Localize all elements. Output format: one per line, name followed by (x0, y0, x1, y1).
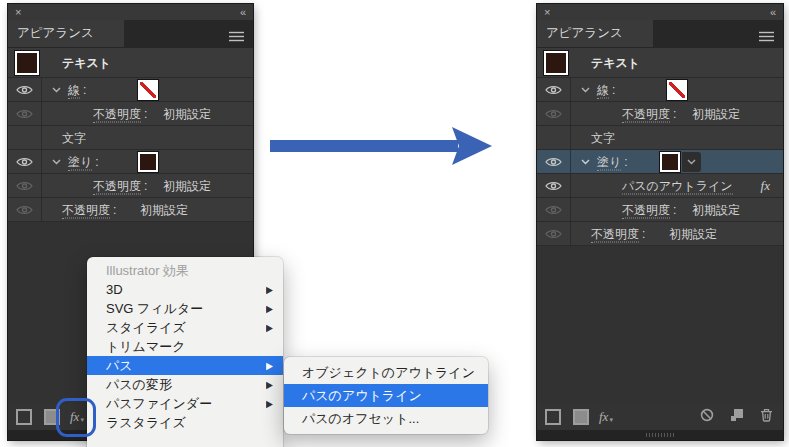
eye-icon-dim[interactable] (16, 181, 33, 191)
path-submenu: オブジェクトのアウトライン パスのアウトライン パスのオフセット... (284, 357, 488, 434)
row-stroke-opacity[interactable]: 不透明度: 初期設定 (8, 102, 253, 126)
add-fill-button[interactable] (573, 409, 589, 425)
menu-item-path[interactable]: パス▶ (87, 356, 283, 375)
stroke-link[interactable]: 線 (68, 82, 80, 98)
text-fill-swatch (15, 51, 39, 75)
submenu-arrow-icon: ▶ (266, 284, 273, 295)
row-text-opacity[interactable]: 不透明度: 初期設定 (8, 198, 253, 222)
characters-label: 文字 (62, 129, 86, 146)
stroke-none-swatch[interactable] (667, 80, 687, 100)
row-text-opacity[interactable]: 不透明度: 初期設定 (537, 222, 783, 246)
row-stroke[interactable]: 線: (8, 78, 253, 102)
collapse-icon[interactable]: « (240, 7, 246, 18)
row-fill[interactable]: 塗り: (8, 150, 253, 174)
eye-icon-dim[interactable] (545, 229, 562, 239)
tab-label: アピアランス (17, 25, 94, 42)
row-stroke[interactable]: 線: (537, 78, 783, 102)
submenu-arrow-icon: ▶ (266, 379, 273, 390)
opacity-link[interactable]: 不透明度 (93, 178, 141, 194)
opacity-value: 初期設定 (163, 105, 211, 122)
fill-link[interactable]: 塗り (68, 154, 92, 170)
fx-badge: fx (761, 178, 770, 194)
menu-item-distort-path[interactable]: パスの変形▶ (87, 375, 283, 394)
add-stroke-button[interactable] (545, 409, 561, 425)
fx-highlight-annotation (56, 398, 96, 437)
row-fill-effect[interactable]: パスのアウトライン fx (537, 174, 783, 198)
panel-tabrow: アピアランス (537, 20, 783, 47)
delete-item-icon[interactable] (760, 408, 773, 426)
fill-color-swatch[interactable] (660, 152, 680, 172)
opacity-value: 初期設定 (692, 105, 740, 122)
menu-item-3d[interactable]: 3D▶ (87, 280, 283, 299)
close-icon[interactable]: × (544, 7, 550, 18)
tab-appearance[interactable]: アピアランス (537, 20, 653, 47)
row-fill-selected[interactable]: 塗り: (537, 150, 783, 174)
menu-item-stylize[interactable]: スタイライズ▶ (87, 318, 283, 337)
submenu-item-outline-object[interactable]: オブジェクトのアウトライン (284, 361, 488, 384)
opacity-link[interactable]: 不透明度 (62, 202, 110, 218)
panel-menu-icon[interactable] (759, 28, 774, 46)
eye-icon-dim[interactable] (16, 205, 33, 215)
fill-color-swatch[interactable] (138, 152, 158, 172)
submenu-item-outline-path[interactable]: パスのアウトライン (284, 384, 488, 407)
row-characters[interactable]: 文字 (537, 126, 783, 150)
opacity-link[interactable]: 不透明度 (622, 202, 670, 218)
stroke-link[interactable]: 線 (597, 82, 609, 98)
submenu-arrow-icon: ▶ (266, 360, 273, 371)
submenu-item-offset-path[interactable]: パスのオフセット... (284, 407, 488, 430)
panel-titlebar: × « (537, 4, 783, 20)
chevron-down-icon[interactable] (581, 87, 590, 93)
row-stroke-opacity[interactable]: 不透明度: 初期設定 (537, 102, 783, 126)
row-fill-opacity[interactable]: 不透明度: 初期設定 (537, 198, 783, 222)
fill-link[interactable]: 塗り (597, 154, 621, 170)
menu-item-svg-filter[interactable]: SVG フィルター▶ (87, 299, 283, 318)
menu-item-rasterize[interactable]: ラスタライズ (87, 413, 283, 432)
eye-icon[interactable] (545, 181, 562, 191)
chevron-down-icon[interactable] (52, 159, 61, 165)
effects-menu: Illustrator 効果 3D▶ SVG フィルター▶ スタイライズ▶ トリ… (87, 257, 283, 447)
appearance-panel-after: × « アピアランス テキスト 線: 不透明度: (537, 4, 783, 440)
row-target-text: テキスト (537, 48, 783, 78)
panel-titlebar: × « (8, 4, 253, 20)
collapse-icon[interactable]: « (770, 7, 776, 18)
eye-icon-dim[interactable] (545, 109, 562, 119)
eye-icon-dim[interactable] (545, 205, 562, 215)
clear-appearance-icon[interactable] (700, 408, 714, 426)
panel-tabrow: アピアランス (8, 20, 253, 47)
row-characters[interactable]: 文字 (8, 126, 253, 150)
menu-item-trim-marks[interactable]: トリムマーク (87, 337, 283, 356)
eye-icon[interactable] (545, 157, 562, 167)
target-label: テキスト (591, 54, 640, 71)
chevron-down-icon[interactable] (581, 159, 590, 165)
eye-icon-dim[interactable] (16, 109, 33, 119)
fill-color-dropdown[interactable] (660, 152, 701, 172)
tab-appearance[interactable]: アピアランス (8, 20, 124, 47)
add-stroke-button[interactable] (16, 409, 32, 425)
opacity-link[interactable]: 不透明度 (591, 226, 639, 242)
resize-grip[interactable] (646, 433, 674, 437)
opacity-value: 初期設定 (692, 201, 740, 218)
submenu-arrow-icon: ▶ (266, 398, 273, 409)
stroke-none-swatch[interactable] (138, 80, 158, 100)
eye-icon[interactable] (16, 85, 33, 95)
menu-item-illustrator-effects: Illustrator 効果 (87, 261, 283, 280)
chevron-down-icon[interactable] (52, 87, 61, 93)
screenshot-stage: × « アピアランス テキスト 線: 不透明度: (0, 0, 789, 447)
eye-icon[interactable] (545, 85, 562, 95)
menu-item-pathfinder[interactable]: パスファインダー▶ (87, 394, 283, 413)
transition-arrow (270, 126, 492, 166)
add-effect-button[interactable]: fx (599, 410, 613, 424)
opacity-value: 初期設定 (163, 177, 211, 194)
opacity-link[interactable]: 不透明度 (622, 106, 670, 122)
row-target-text: テキスト (8, 48, 253, 78)
target-label: テキスト (62, 54, 111, 71)
appearance-rows: テキスト 線: 不透明度: 初期設定 文字 塗り: (537, 47, 783, 404)
swatch-dropdown-icon[interactable] (682, 152, 701, 172)
close-icon[interactable]: × (15, 7, 21, 18)
panel-menu-icon[interactable] (229, 28, 244, 46)
row-fill-opacity[interactable]: 不透明度: 初期設定 (8, 174, 253, 198)
eye-icon[interactable] (16, 157, 33, 167)
opacity-link[interactable]: 不透明度 (93, 106, 141, 122)
duplicate-item-icon[interactable] (730, 408, 744, 426)
outline-path-effect-link[interactable]: パスのアウトライン (622, 178, 733, 194)
